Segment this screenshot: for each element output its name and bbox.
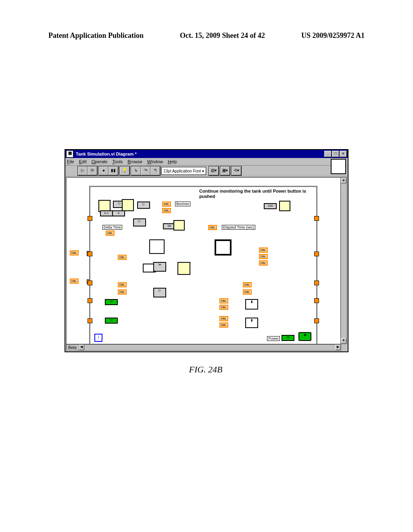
control-terminal-dbl[interactable]: DBL [70,278,79,284]
header-left: Patent Application Publication [48,31,144,40]
maximize-button[interactable]: □ [332,151,339,157]
control-power-tf[interactable]: TF [282,335,294,341]
run-button[interactable]: ▷ [78,166,88,175]
run-continuous-button[interactable]: ⟳ [88,166,97,175]
menu-browse[interactable]: Browse [127,159,142,164]
horizontal-scrollbar[interactable]: Beta ◀ ▶ [66,344,341,351]
shift-register-left[interactable] [88,318,92,323]
scroll-up-arrow[interactable]: ▲ [341,178,346,183]
control-tf[interactable]: TF [105,299,118,305]
scroll-down-arrow[interactable]: ▼ [341,338,346,344]
shift-register-left[interactable] [88,281,92,285]
indicator-dbl[interactable]: DBL [259,247,268,253]
header-right: US 2009/0259972 A1 [301,31,365,40]
control-dbl[interactable]: DBL [118,255,127,260]
menu-operate[interactable]: Operate [92,159,108,164]
application-window: ▦ Tank Simulation.vi Diagram * _ □ × Fil… [65,149,348,352]
control-dbl[interactable]: DBL [118,289,127,295]
constant-4[interactable]: 4 [112,210,125,216]
distribute-button[interactable]: ▦▾ [220,166,230,175]
subvi-tank[interactable] [177,262,190,275]
menu-file[interactable]: File [67,159,74,164]
function-node[interactable]: ≫ [153,262,166,272]
menubar: File Edit Operate Tools Browse Window He… [65,158,348,166]
block-diagram[interactable]: DBL DBL Continue monitoring the tank unt… [66,177,341,344]
label-power: Power [267,336,280,341]
constant-100[interactable]: 100 [264,203,277,209]
shift-register-right[interactable] [314,281,319,285]
iteration-terminal[interactable]: i [94,334,102,342]
subvi-node[interactable] [149,239,165,254]
menu-window[interactable]: Window [147,159,163,164]
step-into-button[interactable]: ↳ [131,166,141,175]
indicator-dbl[interactable]: DBL [243,282,252,287]
pause-button[interactable]: ▮▮ [108,166,118,175]
indicator-dbl[interactable]: DBL [219,298,228,303]
indicator-dbl[interactable]: DBL [219,316,228,321]
function-node[interactable]: ▷ [153,288,166,297]
indicator-dbl[interactable]: DBL [243,289,252,295]
indicator-dbl[interactable]: DBL [208,225,217,230]
shift-register-right[interactable] [314,216,319,221]
step-out-button[interactable]: ↰ [150,166,160,175]
align-button[interactable]: ▤▾ [209,166,219,175]
chart-terminal[interactable]: ▮ [245,318,258,328]
loop-condition[interactable]: ◉ [298,332,311,341]
subvi-node-highlighted[interactable] [215,239,232,256]
multiply-node[interactable]: ▷ [133,218,146,227]
step-over-button[interactable]: ↷ [141,166,150,175]
shift-register-right[interactable] [314,251,319,256]
shift-register-left[interactable] [88,251,92,256]
titlebar[interactable]: ▦ Tank Simulation.vi Diagram * _ □ × [65,150,348,158]
diagram-comment: Continue monitoring the tank until Power… [199,189,316,199]
scroll-right-arrow[interactable]: ▶ [335,345,341,350]
indicator-dbl[interactable]: DBL [162,208,171,213]
window-title: Tank Simulation.vi Diagram * [75,152,324,156]
label-elapsed-time: Elapsed Time (sec) [222,225,255,230]
indicator-dbl[interactable]: DBL [106,231,115,236]
font-selector[interactable]: 13pt Application Font ▾ [161,167,206,175]
menu-help[interactable]: Help [168,159,177,164]
while-loop[interactable]: Continue monitoring the tank until Power… [89,186,317,344]
minimize-button[interactable]: _ [324,151,332,157]
indicator-dbl[interactable]: DBL [259,254,268,259]
menu-tools[interactable]: Tools [112,159,123,164]
control-terminal-dbl[interactable]: DBL [70,250,79,256]
system-menu-icon[interactable]: ▦ [66,150,73,158]
shift-register-right[interactable] [314,298,319,303]
header-center: Oct. 15, 2009 Sheet 24 of 42 [180,31,265,40]
shift-register-left[interactable] [88,216,92,221]
reorder-button[interactable]: ⟲▾ [232,166,241,175]
vi-icon[interactable] [331,159,346,174]
toolbar: ▷ ⟳ ● ▮▮ 💡 ↳ ↷ ↰ 13pt Application Font ▾ [65,166,348,177]
highlight-button[interactable]: 💡 [120,166,129,175]
menu-edit[interactable]: Edit [79,159,87,164]
scroll-left-arrow[interactable]: ◀ [79,345,84,350]
vertical-scrollbar[interactable]: ▲ ▼ [340,177,347,344]
indicator-dbl[interactable]: DBL [162,202,171,207]
wait-ms-node[interactable] [279,201,290,211]
constant-01[interactable]: 0.1 [100,210,113,216]
label-lbm-min: lbm/min [175,202,190,206]
subvi-node[interactable] [173,220,185,231]
indicator-dbl[interactable]: DBL [219,305,228,310]
control-dbl[interactable]: DBL [118,282,127,287]
control-tf[interactable]: TF [105,318,118,324]
shift-register-left[interactable] [88,298,92,303]
function-node[interactable]: ▷ [137,202,150,209]
shift-register-right[interactable] [314,318,319,323]
close-button[interactable]: × [340,151,347,157]
status-label: Beta [67,345,79,350]
abort-button[interactable]: ● [99,166,108,175]
indicator-dbl[interactable]: DBL [219,322,228,328]
subvi-metronome[interactable] [122,199,134,211]
indicator-dbl[interactable]: DBL [259,260,268,266]
label-delta-time: Delta Time [102,225,122,230]
figure-caption: FIG. 24B [65,364,347,375]
chart-terminal[interactable]: ▮ [245,299,258,310]
